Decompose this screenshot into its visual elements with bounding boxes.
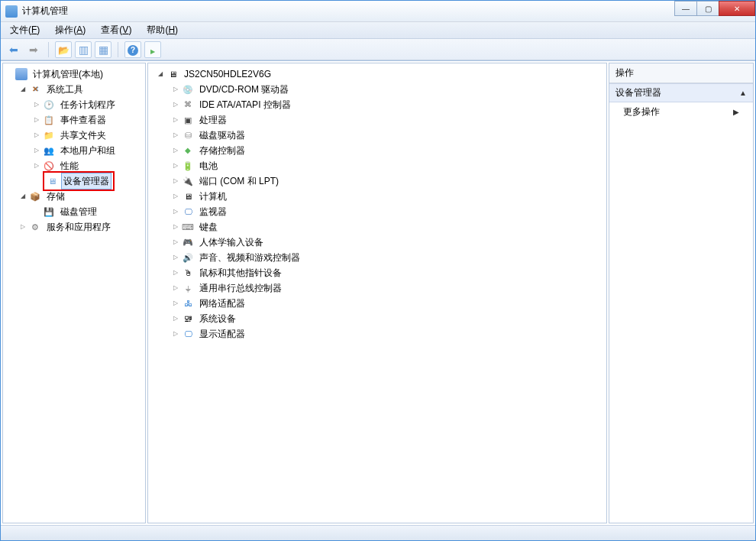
- node-monitors[interactable]: 监视器: [171, 204, 605, 219]
- properties2-icon: [99, 44, 108, 56]
- keyboard-icon: [182, 221, 194, 233]
- node-label: 磁盘驱动器: [197, 127, 247, 144]
- system-devices-icon: [182, 313, 194, 325]
- menu-view[interactable]: 查看(V): [95, 22, 137, 38]
- maximize-button[interactable]: ▢: [696, 1, 719, 16]
- node-shared-folders[interactable]: 共享文件夹: [32, 128, 144, 143]
- expander-icon[interactable]: [171, 85, 180, 94]
- node-services-apps[interactable]: 服务和应用程序: [18, 219, 144, 235]
- node-task-scheduler[interactable]: 任务计划程序: [32, 97, 144, 112]
- arrow-left-icon: [9, 44, 18, 56]
- expander-icon[interactable]: [171, 329, 180, 339]
- node-dvd[interactable]: DVD/CD-ROM 驱动器: [171, 82, 605, 97]
- menu-action[interactable]: 操作(A): [49, 22, 92, 38]
- menubar: 文件(F) 操作(A) 查看(V) 帮助(H): [1, 22, 755, 39]
- expander-icon[interactable]: [171, 177, 180, 186]
- mouse-icon: [182, 267, 194, 279]
- toolbar: [1, 39, 755, 60]
- expander-icon[interactable]: [171, 314, 180, 323]
- expander-icon[interactable]: [171, 283, 180, 293]
- help-icon: [128, 43, 138, 56]
- toolbar-separator: [118, 42, 118, 57]
- expander-icon[interactable]: [171, 253, 180, 262]
- node-computers[interactable]: 计算机: [171, 189, 605, 204]
- node-label: 系统设备: [197, 310, 238, 327]
- node-sound[interactable]: 声音、视频和游戏控制器: [171, 250, 605, 265]
- node-disk-management[interactable]: 磁盘管理: [32, 204, 144, 219]
- actions-pane: 操作 设备管理器 ▲ 更多操作 ▶: [609, 63, 754, 523]
- node-cpu[interactable]: 处理器: [171, 112, 605, 128]
- expander-icon[interactable]: [171, 192, 180, 201]
- node-ide[interactable]: IDE ATA/ATAPI 控制器: [171, 97, 605, 112]
- node-disk-drives[interactable]: 磁盘驱动器: [171, 128, 605, 143]
- actions-section[interactable]: 设备管理器 ▲: [609, 83, 753, 102]
- menu-file[interactable]: 文件(F): [4, 22, 46, 38]
- node-network[interactable]: 网络适配器: [171, 296, 605, 311]
- expander-icon[interactable]: [32, 115, 41, 125]
- node-system-tools[interactable]: 系统工具: [18, 82, 144, 97]
- menu-help[interactable]: 帮助(H): [141, 22, 184, 38]
- help-button[interactable]: [124, 41, 141, 58]
- node-label: 网络适配器: [197, 295, 247, 312]
- hid-icon: [182, 236, 194, 248]
- expander-icon[interactable]: [171, 131, 180, 140]
- display-adapter-icon: [182, 328, 194, 340]
- node-display-adapters[interactable]: 显示适配器: [171, 326, 605, 342]
- clock-icon: [43, 99, 55, 111]
- expander-icon[interactable]: [171, 207, 180, 216]
- node-device-manager[interactable]: 设备管理器: [32, 173, 144, 189]
- back-button[interactable]: [5, 41, 22, 58]
- expander-icon[interactable]: [171, 222, 180, 232]
- node-keyboards[interactable]: 键盘: [171, 219, 605, 235]
- expander-icon[interactable]: [32, 146, 41, 155]
- node-computer-management[interactable]: 计算机管理(本地): [5, 66, 144, 82]
- expander-icon[interactable]: [156, 70, 165, 79]
- node-storage[interactable]: 存储: [18, 189, 144, 204]
- ide-icon: [182, 99, 194, 111]
- expander-icon[interactable]: [171, 115, 180, 125]
- node-label: 鼠标和其他指针设备: [197, 264, 284, 281]
- node-ports[interactable]: 端口 (COM 和 LPT): [171, 173, 605, 189]
- node-label: DVD/CD-ROM 驱动器: [197, 81, 291, 98]
- expander-icon[interactable]: [171, 161, 180, 170]
- node-usb[interactable]: 通用串行总线控制器: [171, 280, 605, 296]
- forward-button[interactable]: [25, 41, 42, 58]
- expander-icon[interactable]: [32, 161, 41, 170]
- node-local-users[interactable]: 本地用户和组: [32, 143, 144, 158]
- minimize-button[interactable]: —: [674, 1, 697, 16]
- expander-icon[interactable]: [171, 146, 180, 155]
- actions-more[interactable]: 更多操作 ▶: [609, 102, 753, 121]
- node-mouse[interactable]: 鼠标和其他指针设备: [171, 265, 605, 280]
- close-button[interactable]: ✕: [719, 1, 755, 16]
- node-event-viewer[interactable]: 事件查看器: [32, 112, 144, 128]
- node-label: 存储控制器: [197, 142, 247, 159]
- expander-icon[interactable]: [32, 100, 41, 109]
- node-hid[interactable]: 人体学输入设备: [171, 235, 605, 250]
- expander-icon[interactable]: [32, 131, 41, 140]
- titlebar[interactable]: 计算机管理 — ▢ ✕: [1, 1, 755, 22]
- monitor-icon: [182, 206, 194, 218]
- actions-header: 操作: [609, 63, 753, 83]
- node-system-devices[interactable]: 系统设备: [171, 311, 605, 326]
- computer-icon: [166, 68, 179, 80]
- expander-icon[interactable]: [171, 100, 180, 109]
- expander-icon[interactable]: [171, 268, 180, 277]
- node-label: 磁盘管理: [58, 203, 99, 220]
- node-label: 监视器: [197, 203, 229, 220]
- expander-icon[interactable]: [171, 238, 180, 247]
- properties-button[interactable]: [75, 41, 92, 58]
- node-computer[interactable]: JS2CN50HDLE2V6G: [150, 66, 605, 82]
- expander-icon[interactable]: [171, 299, 180, 308]
- system-tools-icon: [29, 83, 41, 96]
- expander-icon[interactable]: [18, 192, 27, 201]
- toolbar-separator: [48, 42, 49, 57]
- window-title: 计算机管理: [22, 5, 68, 18]
- node-storage-controllers[interactable]: 存储控制器: [171, 143, 605, 158]
- expander-icon[interactable]: [18, 85, 27, 94]
- run-button[interactable]: [144, 41, 161, 58]
- computers-icon: [182, 190, 194, 202]
- show-hide-tree-button[interactable]: [55, 41, 72, 58]
- properties2-button[interactable]: [95, 41, 111, 58]
- expander-icon[interactable]: [18, 222, 27, 232]
- node-battery[interactable]: 电池: [171, 158, 605, 173]
